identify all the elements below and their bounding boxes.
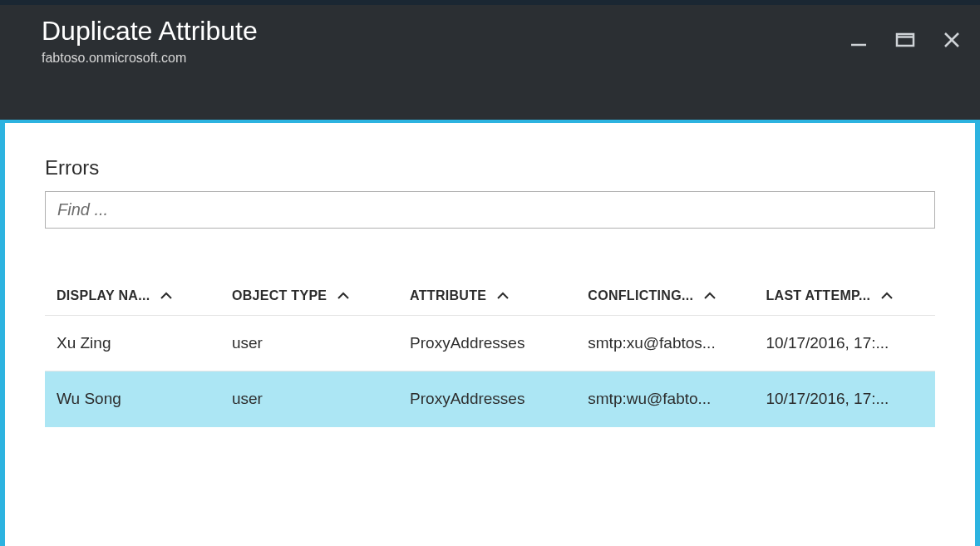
column-label: OBJECT TYPE (232, 288, 327, 303)
minimize-icon (849, 30, 869, 50)
cell-attribute: ProxyAddresses (410, 316, 588, 371)
close-button[interactable] (940, 28, 963, 52)
cell-conflicting: smtp:xu@fabtos... (588, 316, 766, 371)
svg-rect-1 (897, 34, 914, 46)
table-row[interactable]: Wu Song user ProxyAddresses smtp:wu@fabt… (45, 371, 935, 427)
search-input[interactable] (45, 191, 935, 229)
maximize-icon (894, 30, 916, 50)
errors-table: DISPLAY NA... OBJECT TYPE (45, 277, 935, 427)
column-header-conflicting[interactable]: CONFLICTING... (588, 277, 766, 316)
column-header-display-name[interactable]: DISPLAY NA... (45, 277, 232, 316)
cell-object-type: user (232, 371, 410, 427)
cell-conflicting: smtp:wu@fabto... (588, 371, 766, 427)
maximize-button[interactable] (894, 28, 917, 52)
column-header-last-attempt[interactable]: LAST ATTEMP... (766, 277, 935, 316)
table-row[interactable]: Xu Zing user ProxyAddresses smtp:xu@fabt… (45, 316, 935, 371)
cell-attribute: ProxyAddresses (410, 371, 588, 427)
section-title: Errors (45, 156, 935, 180)
sort-asc-icon (496, 288, 510, 303)
column-header-attribute[interactable]: ATTRIBUTE (410, 277, 588, 316)
column-label: LAST ATTEMP... (766, 288, 870, 303)
minimize-button[interactable] (847, 28, 870, 52)
column-label: DISPLAY NA... (57, 288, 150, 303)
page-title: Duplicate Attribute (42, 17, 938, 46)
cell-last-attempt: 10/17/2016, 17:... (766, 316, 935, 371)
cell-display-name: Wu Song (45, 371, 232, 427)
window-controls (847, 28, 963, 52)
sort-asc-icon (160, 288, 173, 303)
column-label: ATTRIBUTE (410, 288, 486, 303)
cell-display-name: Xu Zing (45, 316, 232, 371)
column-header-object-type[interactable]: OBJECT TYPE (232, 277, 410, 316)
header: Duplicate Attribute fabtoso.onmicrosoft.… (0, 5, 980, 120)
table-body: Xu Zing user ProxyAddresses smtp:xu@fabt… (45, 316, 935, 427)
cell-object-type: user (232, 316, 410, 371)
page-subtitle: fabtoso.onmicrosoft.com (42, 51, 938, 66)
content-right-border (975, 123, 980, 546)
content: Errors DISPLAY NA... (5, 123, 975, 546)
sort-asc-icon (880, 288, 894, 303)
cell-last-attempt: 10/17/2016, 17:... (766, 371, 935, 427)
sort-asc-icon (337, 288, 350, 303)
column-label: CONFLICTING... (588, 288, 693, 303)
close-icon (942, 30, 962, 50)
sort-asc-icon (703, 288, 717, 303)
